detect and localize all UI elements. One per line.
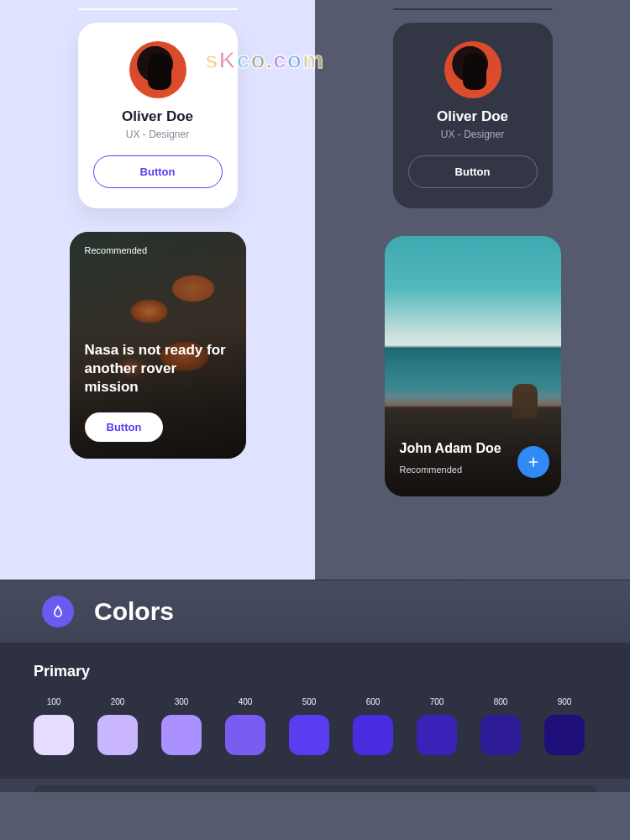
- droplet-icon: [50, 603, 66, 620]
- dark-column: Oliver Doe UX - Designer Button John Ada…: [315, 0, 630, 580]
- swatch-label: 400: [239, 697, 253, 706]
- profile-role: UX - Designer: [126, 129, 189, 140]
- swatch-item: 100: [34, 697, 74, 755]
- profile-name: Oliver Doe: [122, 108, 193, 125]
- section-stub: [34, 785, 596, 792]
- card-stub: [393, 8, 553, 10]
- swatch-label: 100: [47, 697, 61, 706]
- swatch-item: 300: [161, 697, 202, 755]
- person-tag: Recommended: [400, 465, 463, 475]
- color-swatch[interactable]: [34, 715, 74, 755]
- profile-button[interactable]: Button: [408, 155, 538, 188]
- article-button[interactable]: Button: [85, 412, 164, 442]
- primary-palette: Primary 100200300400500600700800900: [0, 643, 630, 779]
- color-swatch[interactable]: [161, 715, 202, 755]
- swatch-label: 300: [175, 697, 189, 706]
- swatch-label: 900: [558, 697, 572, 706]
- profile-name: Oliver Doe: [437, 108, 508, 125]
- plus-icon: [527, 455, 540, 469]
- person-name: John Adam Doe: [400, 441, 501, 456]
- swatch-label: 500: [302, 697, 317, 706]
- swatch-item: 400: [225, 697, 265, 755]
- swatch-item: 700: [417, 697, 457, 755]
- profile-button[interactable]: Button: [93, 155, 223, 188]
- colors-section: Colors Primary 1002003004005006007008009…: [0, 580, 630, 792]
- profile-role: UX - Designer: [441, 129, 504, 140]
- swatch-label: 800: [494, 697, 508, 706]
- swatch-item: 200: [97, 697, 138, 755]
- avatar: [444, 41, 501, 98]
- person-image-card: John Adam Doe Recommended: [385, 236, 561, 496]
- palette-name: Primary: [34, 663, 596, 680]
- color-swatch[interactable]: [225, 715, 265, 755]
- swatch-label: 700: [430, 697, 444, 706]
- color-swatch[interactable]: [480, 715, 521, 755]
- swatch-item: 900: [544, 697, 585, 755]
- color-swatch[interactable]: [417, 715, 457, 755]
- article-tag: Recommended: [85, 245, 148, 255]
- avatar: [129, 41, 186, 98]
- swatch-item: 500: [289, 697, 329, 755]
- article-card: Recommended Nasa is not ready for anothe…: [70, 232, 246, 459]
- color-swatch[interactable]: [353, 715, 393, 755]
- swatch-item: 600: [353, 697, 393, 755]
- colors-header: Colors: [0, 580, 630, 643]
- swatch-label: 200: [111, 697, 125, 706]
- color-swatch[interactable]: [544, 715, 585, 755]
- card-showcase: Oliver Doe UX - Designer Button Recommen…: [0, 0, 630, 580]
- color-swatch[interactable]: [289, 715, 329, 755]
- swatch-row: 100200300400500600700800900: [34, 697, 596, 755]
- profile-card-dark: Oliver Doe UX - Designer Button: [393, 23, 553, 208]
- light-column: Oliver Doe UX - Designer Button Recommen…: [0, 0, 315, 580]
- add-button[interactable]: [517, 446, 549, 478]
- article-title: Nasa is not ready for another rover miss…: [85, 341, 231, 396]
- swatch-item: 800: [480, 697, 521, 755]
- brand-badge: [42, 596, 74, 627]
- color-swatch[interactable]: [97, 715, 138, 755]
- swatch-label: 600: [366, 697, 381, 706]
- card-stub: [78, 8, 238, 10]
- colors-title: Colors: [94, 597, 174, 626]
- profile-card-light: Oliver Doe UX - Designer Button: [78, 23, 238, 208]
